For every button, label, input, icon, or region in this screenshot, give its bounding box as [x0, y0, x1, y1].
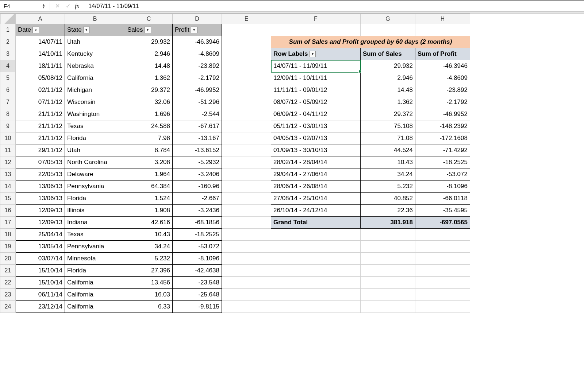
cell-state[interactable]: Pennsylvania — [65, 181, 125, 193]
cell-date[interactable]: 21/11/12 — [16, 132, 65, 144]
cell[interactable] — [271, 229, 361, 241]
cell-date[interactable]: 13/05/14 — [16, 241, 65, 253]
cell-profit[interactable]: -51.296 — [173, 96, 222, 108]
row-header[interactable]: 22 — [0, 277, 16, 289]
pivot-row-sales[interactable]: 1.362 — [361, 96, 415, 108]
pivot-row-profit[interactable]: -8.1096 — [415, 181, 470, 193]
cell-state[interactable]: California — [65, 289, 125, 301]
cell[interactable] — [222, 72, 271, 84]
cell[interactable] — [271, 253, 361, 265]
pivot-row-label[interactable]: 12/09/11 - 10/11/11 — [271, 72, 361, 84]
row-header[interactable]: 2 — [0, 36, 16, 48]
cell-sales[interactable]: 24.588 — [125, 120, 173, 132]
cell-profit[interactable]: -2.667 — [173, 193, 222, 205]
row-header[interactable]: 24 — [0, 301, 16, 313]
cell[interactable] — [271, 241, 361, 253]
cell-state[interactable]: Utah — [65, 36, 125, 48]
cell[interactable] — [222, 193, 271, 205]
cell[interactable] — [415, 241, 470, 253]
cell-date[interactable]: 29/11/12 — [16, 144, 65, 156]
cell[interactable] — [222, 120, 271, 132]
cell-sales[interactable]: 64.384 — [125, 181, 173, 193]
sort-filter-icon[interactable]: ▾↑ — [32, 27, 39, 33]
cell[interactable] — [271, 277, 361, 289]
cell[interactable] — [361, 24, 415, 36]
cell-sales[interactable]: 16.03 — [125, 289, 173, 301]
cell-profit[interactable]: -46.3946 — [173, 36, 222, 48]
cell[interactable] — [222, 205, 271, 217]
row-header[interactable]: 6 — [0, 84, 16, 96]
cell-state[interactable]: Florida — [65, 132, 125, 144]
pivot-grand-total-profit[interactable]: -697.0565 — [415, 217, 470, 229]
cell-date[interactable]: 03/07/14 — [16, 253, 65, 265]
cell-state[interactable]: California — [65, 72, 125, 84]
cell[interactable] — [415, 289, 470, 301]
cell[interactable] — [415, 253, 470, 265]
row-header[interactable]: 18 — [0, 229, 16, 241]
column-header[interactable]: D — [173, 14, 222, 24]
cell-sales[interactable]: 5.232 — [125, 253, 173, 265]
table-header-sales[interactable]: Sales▼ — [125, 24, 173, 36]
cell[interactable] — [222, 168, 271, 181]
cell[interactable] — [361, 229, 415, 241]
cell-profit[interactable]: -13.6152 — [173, 144, 222, 156]
pivot-row-sales[interactable]: 29.932 — [361, 60, 415, 72]
row-header[interactable]: 5 — [0, 72, 16, 84]
pivot-row-sales[interactable]: 5.232 — [361, 181, 415, 193]
row-header[interactable]: 13 — [0, 168, 16, 181]
filter-dropdown-icon[interactable]: ▼ — [309, 51, 316, 57]
row-header[interactable]: 20 — [0, 253, 16, 265]
row-header[interactable]: 9 — [0, 120, 16, 132]
cell-profit[interactable]: -25.648 — [173, 289, 222, 301]
cell[interactable] — [222, 108, 271, 120]
cell-date[interactable]: 15/10/14 — [16, 277, 65, 289]
cell[interactable] — [415, 277, 470, 289]
cell-sales[interactable]: 10.43 — [125, 229, 173, 241]
cell-sales[interactable]: 29.932 — [125, 36, 173, 48]
cell-profit[interactable]: -68.1856 — [173, 217, 222, 229]
cell-sales[interactable]: 1.908 — [125, 205, 173, 217]
cell[interactable] — [222, 156, 271, 168]
filter-dropdown-icon[interactable]: ▼ — [191, 27, 197, 33]
cell-state[interactable]: Florida — [65, 193, 125, 205]
row-header[interactable]: 15 — [0, 193, 16, 205]
cell[interactable] — [415, 265, 470, 277]
cell-profit[interactable]: -5.2932 — [173, 156, 222, 168]
table-header-profit[interactable]: Profit▼ — [173, 24, 222, 36]
row-header[interactable]: 8 — [0, 108, 16, 120]
cancel-icon[interactable]: ✕ — [52, 3, 63, 9]
cell[interactable] — [222, 241, 271, 253]
column-header[interactable]: G — [361, 14, 415, 24]
cell-date[interactable]: 13/06/13 — [16, 181, 65, 193]
cell[interactable] — [222, 289, 271, 301]
cell[interactable] — [222, 96, 271, 108]
pivot-row-label[interactable]: 01/09/13 - 30/10/13 — [271, 144, 361, 156]
row-header[interactable]: 17 — [0, 217, 16, 229]
cell-date[interactable]: 23/12/14 — [16, 301, 65, 313]
row-header[interactable]: 7 — [0, 96, 16, 108]
cell-state[interactable]: Pennsylvania — [65, 241, 125, 253]
pivot-header-profit[interactable]: Sum of Profit — [415, 48, 470, 60]
cell[interactable] — [222, 36, 271, 48]
cell-profit[interactable]: -67.617 — [173, 120, 222, 132]
confirm-icon[interactable]: ✓ — [63, 3, 73, 9]
cell[interactable] — [222, 277, 271, 289]
cell[interactable] — [361, 277, 415, 289]
cell-sales[interactable]: 1.696 — [125, 108, 173, 120]
cell-sales[interactable]: 14.48 — [125, 60, 173, 72]
cell-profit[interactable]: -13.167 — [173, 132, 222, 144]
cell-profit[interactable]: -3.2406 — [173, 168, 222, 181]
cell[interactable] — [271, 301, 361, 313]
cell-state[interactable]: Wisconsin — [65, 96, 125, 108]
row-header[interactable]: 12 — [0, 156, 16, 168]
pivot-row-label[interactable]: 28/06/14 - 26/08/14 — [271, 181, 361, 193]
cell-state[interactable]: Texas — [65, 120, 125, 132]
pivot-grand-total-sales[interactable]: 381.918 — [361, 217, 415, 229]
cell-date[interactable]: 21/11/12 — [16, 108, 65, 120]
pivot-title[interactable]: Sum of Sales and Profit grouped by 60 da… — [271, 36, 470, 48]
name-box-stepper[interactable]: ▲▼ — [42, 4, 45, 9]
cell-date[interactable]: 12/09/13 — [16, 217, 65, 229]
cell[interactable] — [222, 48, 271, 60]
cell-state[interactable]: Kentucky — [65, 48, 125, 60]
row-header[interactable]: 3 — [0, 48, 16, 60]
